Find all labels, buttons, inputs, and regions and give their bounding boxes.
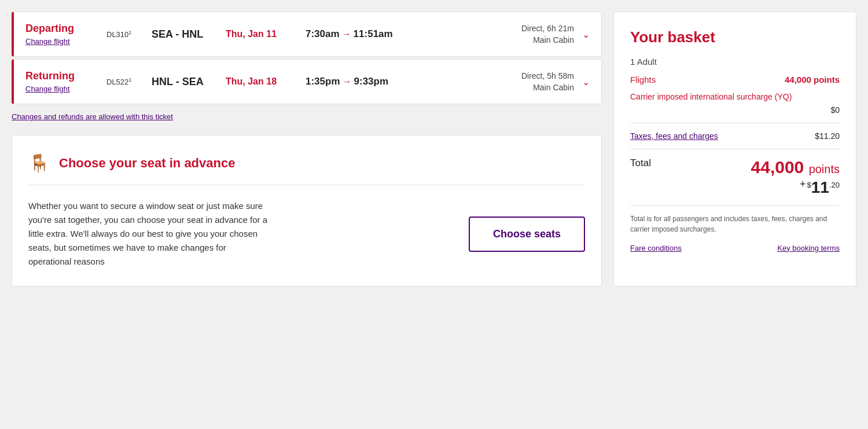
departing-flight-info: DL3101 SEA - HNL Thu, Jan 11 7:30am → 11…: [106, 28, 481, 41]
returning-label: Returning: [25, 70, 106, 82]
arrow-right-icon-2: →: [343, 76, 352, 87]
returning-date: Thu, Jan 18: [226, 76, 295, 87]
total-label: Total: [630, 157, 651, 169]
returning-direct-duration: Direct, 5h 58m: [521, 71, 574, 80]
basket-panel: Your basket 1 Adult Flights 44,000 point…: [613, 12, 856, 287]
taxes-row: Taxes, fees and charges $11.20: [630, 131, 840, 141]
surcharge-value: $0: [830, 105, 840, 115]
basket-footnote: Total is for all passengers and includes…: [630, 214, 840, 234]
departing-change-flight-link[interactable]: Change flight: [25, 37, 106, 46]
flights-value: 44,000 points: [785, 75, 840, 85]
returning-route: HNL - SEA: [152, 76, 215, 88]
total-row: Total 44,000 points + $11.20: [630, 157, 840, 197]
departing-date: Thu, Jan 11: [226, 29, 295, 39]
departing-chevron-icon[interactable]: ⌄: [582, 29, 590, 40]
departing-flight-number: DL3101: [106, 30, 141, 39]
arrow-right-icon: →: [342, 29, 351, 39]
surcharge-value-row: $0: [630, 105, 840, 115]
returning-flight-card: Returning Change flight DL5221 HNL - SEA…: [12, 59, 602, 104]
departing-flight-card: Departing Change flight DL3101 SEA - HNL…: [12, 12, 602, 57]
total-points: 44,000 points: [751, 157, 840, 177]
key-booking-terms-link[interactable]: Key booking terms: [777, 244, 840, 252]
departing-label: Departing: [25, 23, 106, 35]
surcharge-label: Carrier imposed international surcharge …: [630, 91, 840, 103]
adult-label: 1 Adult: [630, 57, 840, 67]
basket-divider-2: [630, 149, 840, 149]
returning-departure-time: 1:35pm: [306, 76, 340, 87]
taxes-label-link[interactable]: Taxes, fees and charges: [630, 131, 718, 141]
returning-change-flight-link[interactable]: Change flight: [25, 85, 106, 93]
returning-details-right: Direct, 5h 58m Main Cabin: [481, 71, 574, 92]
seat-body: Whether you want to secure a window seat…: [28, 199, 585, 269]
departing-times: 7:30am → 11:51am: [306, 28, 421, 40]
total-dollar-amount: $11.20: [807, 178, 840, 197]
departing-flight-left: Departing Change flight: [25, 23, 106, 46]
fare-conditions-link[interactable]: Fare conditions: [630, 244, 682, 252]
basket-divider-1: [630, 123, 840, 123]
basket-title: Your basket: [630, 28, 840, 46]
returning-flight-number: DL5221: [106, 77, 141, 86]
returning-flight-info: DL5221 HNL - SEA Thu, Jan 18 1:35pm → 9:…: [106, 76, 481, 88]
total-value-container: 44,000 points + $11.20: [751, 157, 840, 197]
returning-times: 1:35pm → 9:33pm: [306, 76, 421, 87]
basket-links: Fare conditions Key booking terms: [630, 244, 840, 252]
surcharge-row: Carrier imposed international surcharge …: [630, 91, 840, 103]
returning-chevron-icon[interactable]: ⌄: [582, 76, 590, 87]
plus-sign: +: [800, 178, 806, 190]
changes-refunds-link[interactable]: Changes and refunds are allowed with thi…: [12, 112, 602, 121]
seat-description: Whether you want to secure a window seat…: [28, 199, 271, 269]
seat-title: Choose your seat in advance: [59, 156, 235, 171]
basket-flights-row: Flights 44,000 points: [630, 75, 840, 85]
returning-cabin: Main Cabin: [533, 83, 574, 92]
taxes-value: $11.20: [815, 131, 840, 141]
departing-arrival-time: 11:51am: [354, 28, 393, 40]
seat-icon: 🪑: [28, 153, 50, 173]
seat-header: 🪑 Choose your seat in advance: [28, 153, 585, 173]
total-plus-row: + $11.20: [800, 178, 840, 197]
basket-divider-3: [630, 205, 840, 206]
departing-departure-time: 7:30am: [306, 28, 340, 40]
returning-arrival-time: 9:33pm: [354, 76, 389, 87]
flights-label: Flights: [630, 75, 656, 85]
seat-selection-card: 🪑 Choose your seat in advance Whether yo…: [12, 135, 602, 287]
returning-flight-left: Returning Change flight: [25, 70, 106, 93]
seat-divider: [28, 185, 585, 185]
departing-cabin: Main Cabin: [533, 35, 574, 45]
departing-details-right: Direct, 6h 21m Main Cabin: [481, 24, 574, 45]
departing-route: SEA - HNL: [152, 28, 215, 41]
departing-direct-duration: Direct, 6h 21m: [521, 24, 574, 33]
choose-seats-button[interactable]: Choose seats: [469, 217, 585, 252]
